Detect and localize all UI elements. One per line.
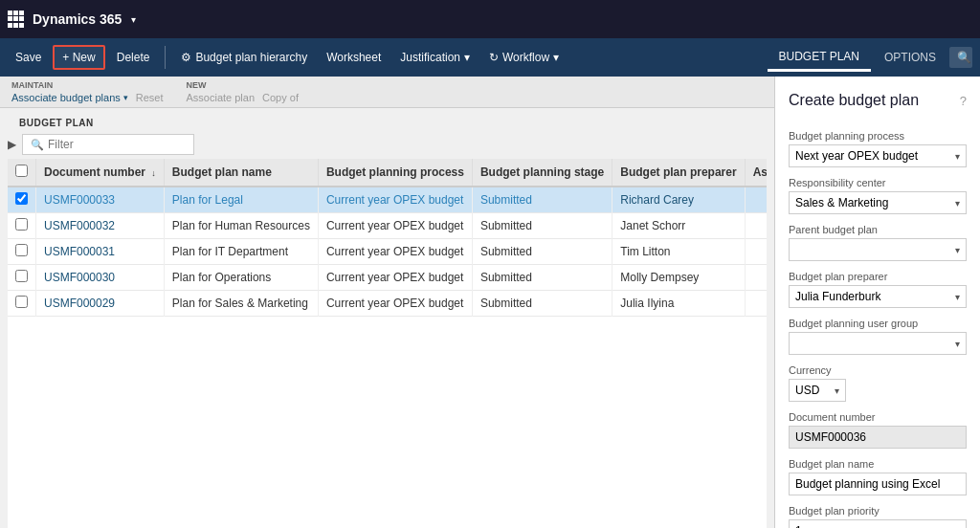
justification-chevron-icon: ▾ <box>464 51 470 64</box>
budget-planning-process-cell: Current year OPEX budget <box>318 265 472 291</box>
document-number-input[interactable] <box>789 426 967 449</box>
budget-plan-preparer-cell: Julia Ilyina <box>612 291 745 317</box>
budget-planning-user-group-select-wrapper[interactable] <box>789 332 967 355</box>
document-number-cell[interactable]: USMF000031 <box>36 239 165 265</box>
delete-button[interactable]: Delete <box>109 47 158 68</box>
row-checkbox[interactable] <box>15 218 28 231</box>
budget-plan-preparer-select-wrapper[interactable]: Julia Funderburk <box>789 285 967 308</box>
workflow-chevron-icon: ▾ <box>553 51 559 64</box>
save-button[interactable]: Save <box>8 47 49 68</box>
budget-plan-preparer-select[interactable]: Julia Funderburk <box>790 286 966 307</box>
budget-planning-process-select-wrapper[interactable]: Next year OPEX budget <box>789 144 967 167</box>
new-button[interactable]: + New <box>53 45 104 70</box>
row-checkbox[interactable] <box>15 296 28 308</box>
document-number-cell[interactable]: USMF000029 <box>36 291 165 317</box>
copy-of-button[interactable]: Copy of <box>262 92 299 103</box>
col-budget-planning-stage[interactable]: Budget planning stage <box>472 159 612 187</box>
assigned-to-cell <box>745 291 767 317</box>
workflow-button[interactable]: ↻ Workflow ▾ <box>481 47 567 68</box>
budget-plan-name-cell: Plan for Human Resources <box>164 213 318 239</box>
select-all-checkbox[interactable] <box>15 165 28 177</box>
field-budget-planning-user-group: Budget planning user group <box>789 318 967 355</box>
field-budget-planning-process: Budget planning process Next year OPEX b… <box>789 130 967 167</box>
budget-planning-process-select[interactable]: Next year OPEX budget <box>790 145 966 166</box>
parent-budget-plan-label: Parent budget plan <box>789 224 967 235</box>
maintain-label: MAINTAIN <box>11 80 164 90</box>
field-responsibility-center: Responsibility center Sales & Marketing <box>789 177 967 214</box>
table-body: USMF000033Plan for LegalCurrent year OPE… <box>8 187 767 317</box>
col-document-number[interactable]: Document number ↓ <box>36 159 165 187</box>
assigned-to-cell <box>745 265 767 291</box>
parent-budget-plan-select-wrapper[interactable] <box>789 238 967 261</box>
budget-planning-process-cell: Current year OPEX budget <box>318 291 472 317</box>
col-budget-planning-process[interactable]: Budget planning process <box>318 159 472 187</box>
table-row: USMF000032Plan for Human ResourcesCurren… <box>8 213 767 239</box>
row-checkbox[interactable] <box>15 192 28 205</box>
help-icon[interactable]: ? <box>960 94 967 108</box>
app-chevron[interactable]: ▾ <box>131 14 136 25</box>
budget-plan-name-cell: Plan for Operations <box>164 265 318 291</box>
justification-button[interactable]: Justification ▾ <box>392 47 478 68</box>
tab-options[interactable]: OPTIONS <box>873 45 947 70</box>
top-nav-bar: Dynamics 365 ▾ <box>0 0 980 38</box>
budget-planning-stage-cell: Submitted <box>472 291 612 317</box>
budget-planning-user-group-select[interactable] <box>790 333 966 354</box>
right-panel: Create budget plan ? Budget planning pro… <box>774 77 980 528</box>
budget-planning-stage-cell: Submitted <box>472 187 612 213</box>
budget-planning-stage-cell: Submitted <box>472 239 612 265</box>
budget-hierarchy-icon: ⚙ <box>181 51 191 64</box>
responsibility-center-select[interactable]: Sales & Marketing <box>790 192 966 213</box>
action-bar: MAINTAIN Associate budget plans ▾ Reset … <box>0 77 774 108</box>
row-checkbox[interactable] <box>15 244 28 256</box>
worksheet-button[interactable]: Worksheet <box>319 47 389 68</box>
table-row: USMF000033Plan for LegalCurrent year OPE… <box>8 187 767 213</box>
field-budget-plan-priority: Budget plan priority 1 <box>789 505 967 528</box>
budget-planning-process-cell: Current year OPEX budget <box>318 239 472 265</box>
new-group-label: NEW <box>187 80 299 90</box>
tab-budget-plan[interactable]: BUDGET PLAN <box>768 44 871 72</box>
budget-plan-preparer-cell: Molly Dempsey <box>612 265 745 291</box>
budget-plan-name-cell: Plan for Legal <box>164 187 318 213</box>
budget-plan-name-cell: Plan for Sales & Marketing <box>164 291 318 317</box>
filter-bar: ▶ 🔍 <box>8 130 767 159</box>
currency-select-wrapper[interactable]: USD <box>789 379 846 402</box>
responsibility-center-select-wrapper[interactable]: Sales & Marketing <box>789 191 967 214</box>
budget-plan-priority-select[interactable]: 1 <box>790 520 966 528</box>
search-button[interactable]: 🔍 <box>949 47 972 68</box>
budget-plan-priority-select-wrapper[interactable]: 1 <box>789 519 967 528</box>
field-document-number: Document number <box>789 411 967 449</box>
document-number-cell[interactable]: USMF000030 <box>36 265 165 291</box>
budget-plan-preparer-cell: Tim Litton <box>612 239 745 265</box>
table-header-row: Document number ↓ Budget plan name Budge… <box>8 159 767 187</box>
row-checkbox[interactable] <box>15 270 28 282</box>
grid-icon[interactable] <box>8 11 25 28</box>
parent-budget-plan-select[interactable] <box>790 239 966 260</box>
document-number-label: Document number <box>789 411 967 423</box>
reset-button[interactable]: Reset <box>136 92 164 103</box>
budget-plan-preparer-label: Budget plan preparer <box>789 271 967 282</box>
budget-plan-preparer-cell: Richard Carey <box>612 187 745 213</box>
toolbar-tabs: BUDGET PLAN OPTIONS 🔍 <box>768 44 972 72</box>
main-area: MAINTAIN Associate budget plans ▾ Reset … <box>0 77 980 528</box>
document-number-cell[interactable]: USMF000032 <box>36 213 165 239</box>
new-group: NEW Associate plan Copy of <box>187 80 299 103</box>
assigned-to-cell <box>745 187 767 213</box>
section-container: BUDGET PLAN ▶ 🔍 <box>0 108 774 159</box>
document-number-cell[interactable]: USMF000033 <box>36 187 165 213</box>
budget-hierarchy-button[interactable]: ⚙ Budget plan hierarchy <box>173 47 315 68</box>
table-container: Document number ↓ Budget plan name Budge… <box>8 159 767 528</box>
field-budget-plan-preparer: Budget plan preparer Julia Funderburk <box>789 271 967 308</box>
associate-plan-button[interactable]: Associate plan <box>187 92 256 103</box>
table-row: USMF000031Plan for IT DepartmentCurrent … <box>8 239 767 265</box>
associate-chevron-icon: ▾ <box>123 93 128 102</box>
col-budget-plan-preparer[interactable]: Budget plan preparer <box>612 159 745 187</box>
col-checkbox <box>8 159 36 187</box>
col-budget-plan-name[interactable]: Budget plan name <box>164 159 318 187</box>
col-assigned-to[interactable]: Assigned to <box>745 159 767 187</box>
filter-input[interactable] <box>48 138 182 151</box>
budget-planning-user-group-label: Budget planning user group <box>789 318 967 329</box>
toolbar: Save + New Delete ⚙ Budget plan hierarch… <box>0 38 980 77</box>
associate-budget-plans-button[interactable]: Associate budget plans ▾ <box>11 92 128 103</box>
budget-plan-name-input[interactable] <box>789 473 967 495</box>
currency-select[interactable]: USD <box>790 380 845 401</box>
